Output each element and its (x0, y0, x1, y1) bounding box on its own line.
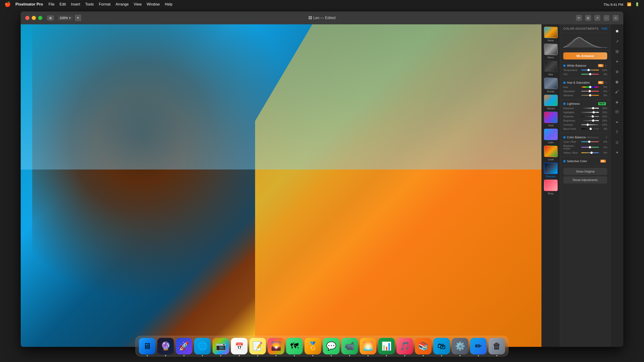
color-balance-header[interactable]: Color Balance (Midtones) ▾ (560, 135, 610, 140)
preset-none[interactable]: None (543, 27, 559, 42)
settings-icon[interactable]: ≡ (613, 15, 619, 21)
dock-appstore[interactable]: 🛍 (433, 338, 450, 355)
vibrance-slider[interactable] (581, 95, 599, 96)
saturation-slider[interactable] (581, 91, 599, 92)
white-balance-edit-icon[interactable]: ✏ (605, 64, 607, 67)
export-icon[interactable]: ↑ (604, 15, 610, 21)
circle-view-tool[interactable]: ◉ (612, 77, 622, 86)
star-tool[interactable]: ✦ (612, 148, 622, 157)
fullscreen-button[interactable] (38, 16, 42, 20)
layers-icon[interactable]: ◈ (612, 97, 622, 107)
dock-launchpad[interactable]: 🚀 (176, 338, 192, 355)
add-button[interactable]: + (75, 15, 81, 21)
dock-messages[interactable]: 💬 (323, 338, 340, 355)
select-tool[interactable]: ↗ (612, 37, 622, 46)
shape-tool[interactable]: ⊙ (612, 138, 622, 147)
dock-music[interactable]: 🎵 (396, 338, 413, 355)
eyedropper-tool[interactable]: ⊗ (612, 67, 622, 76)
hue-slider-track[interactable] (581, 87, 599, 88)
hue-saturation-edit-icon[interactable]: ✏ (605, 81, 607, 84)
menu-edit[interactable]: Edit (60, 2, 66, 6)
preset-loud[interactable]: Loud (543, 146, 559, 161)
tint-thumb[interactable] (589, 73, 591, 75)
adjustment-tool[interactable]: ⦿ (612, 108, 622, 117)
menu-insert[interactable]: Insert (71, 2, 80, 6)
dock-photos2[interactable]: 🌅 (360, 338, 376, 355)
cyan-red-thumb[interactable] (588, 141, 590, 143)
dock-books[interactable]: 📚 (415, 338, 432, 355)
yellow-blue-slider[interactable] (581, 152, 599, 153)
color-picker-tool[interactable]: ✒ (612, 118, 622, 127)
dock-trash[interactable]: 🗑 (488, 338, 505, 355)
menu-arrange[interactable]: Arrange (116, 2, 128, 6)
preset-dramatic[interactable]: Dramatic (543, 163, 559, 178)
dock-image-capture[interactable]: 📷 (212, 338, 229, 355)
crop-icon[interactable]: ⊞ (585, 15, 591, 21)
color-balance-chevron-icon[interactable]: ▾ (606, 136, 607, 139)
dock-calendar[interactable]: 📅 (231, 338, 248, 355)
exposure-slider[interactable] (581, 108, 599, 109)
grid-overlay-tool[interactable]: ⊞ (612, 47, 622, 56)
ml-enhance-button[interactable]: ML Enhance (563, 52, 607, 59)
temperature-thumb[interactable] (588, 69, 590, 71)
white-balance-header[interactable]: White Balance ML ✏ (560, 63, 610, 68)
brightness-thumb[interactable] (592, 119, 594, 122)
preset-calm[interactable]: Calm (543, 129, 559, 144)
selective-color-header[interactable]: Selective Color ML (560, 159, 610, 164)
shadows-slider[interactable] (581, 116, 599, 117)
tint-slider[interactable] (581, 74, 599, 75)
dock-maps[interactable]: 🗺 (286, 338, 303, 355)
show-original-button[interactable]: Show Original (563, 168, 607, 175)
auto-enhance-tool[interactable]: ✱ (612, 27, 622, 36)
lightness-header[interactable]: Lightness NEW (560, 101, 610, 106)
menu-file[interactable]: File (48, 2, 54, 6)
shadows-thumb[interactable] (592, 115, 594, 118)
yellow-blue-thumb[interactable] (590, 152, 593, 154)
text-tool[interactable]: T (612, 128, 622, 137)
dock-numbers[interactable]: 📊 (378, 338, 395, 355)
exposure-thumb[interactable] (592, 107, 594, 109)
canvas-area[interactable] (21, 24, 542, 347)
ca-add-button[interactable]: Add (602, 27, 607, 30)
temperature-slider[interactable] (581, 70, 599, 70)
brush-tool[interactable]: 🖌 (612, 87, 622, 96)
dock-finder[interactable]: 🖥 (139, 338, 156, 355)
menu-window[interactable]: Window (147, 2, 160, 6)
view-mode-button[interactable]: ⊞ (47, 15, 54, 21)
wand-icon[interactable]: ✏ (576, 15, 582, 21)
dock-photos[interactable]: 🌄 (268, 338, 284, 355)
preset-noir[interactable]: Noir (543, 61, 559, 76)
hue-thumb[interactable] (589, 86, 591, 88)
highlights-slider[interactable] (581, 112, 599, 113)
dock-siri[interactable]: 🔮 (157, 338, 174, 355)
share-icon[interactable]: ↗ (594, 15, 600, 21)
menu-view[interactable]: View (134, 2, 142, 6)
magenta-green-slider[interactable] (581, 147, 599, 148)
black-point-thumb[interactable] (590, 128, 592, 130)
menu-tools[interactable]: Tools (85, 2, 94, 6)
dock-system-preferences[interactable]: ⚙️ (452, 338, 468, 355)
black-point-slider[interactable] (581, 128, 599, 129)
zoom-control[interactable]: 100% ▼ (58, 15, 73, 20)
highlights-thumb[interactable] (592, 111, 595, 114)
dock-memory[interactable]: 🏅 (304, 338, 321, 355)
dock-stickies[interactable]: 📝 (249, 338, 266, 355)
menu-help[interactable]: Help (165, 2, 172, 6)
apple-menu-icon[interactable]: 🍎 (4, 1, 11, 7)
contrast-thumb[interactable] (586, 124, 589, 126)
dock-safari[interactable]: 🌐 (194, 338, 211, 355)
hue-saturation-header[interactable]: Hue & Saturation ML ✏ (560, 80, 610, 85)
cyan-red-slider[interactable] (581, 141, 599, 142)
preset-vivid[interactable]: Vivid (543, 112, 559, 127)
magenta-green-thumb[interactable] (589, 146, 591, 148)
vibrance-thumb[interactable] (589, 94, 591, 96)
dock-pixelmator[interactable]: ✏ (470, 338, 487, 355)
minimize-button[interactable] (32, 16, 36, 20)
preset-vibrant[interactable]: Vibrant (543, 95, 559, 110)
brightness-slider[interactable] (581, 120, 599, 121)
preset-rosy[interactable]: Rosy (543, 180, 559, 195)
dock-facetime[interactable]: 📹 (341, 338, 358, 355)
contrast-slider[interactable] (581, 124, 599, 125)
close-button[interactable] (25, 16, 30, 20)
saturation-thumb[interactable] (588, 90, 591, 92)
